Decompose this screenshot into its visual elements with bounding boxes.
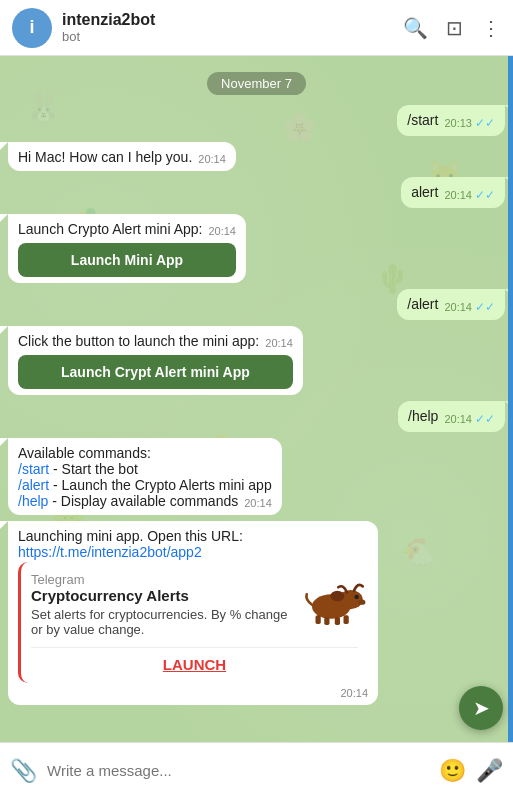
- app-card-text: Telegram Cryptocurrency Alerts Set alert…: [31, 572, 288, 637]
- app-card-content: Telegram Cryptocurrency Alerts Set alert…: [31, 572, 358, 637]
- bubble-incoming: Launching mini app. Open this URL: https…: [8, 521, 378, 705]
- header-info: intenzia2bot bot: [62, 11, 393, 44]
- bubble-incoming: Hi Mac! How can I help you. 20:14: [8, 142, 236, 171]
- message-text: /help: [408, 408, 438, 424]
- svg-point-8: [330, 591, 344, 602]
- date-divider: November 7: [8, 72, 505, 95]
- message-time: 20:14: [198, 153, 226, 165]
- message-input[interactable]: [47, 762, 429, 779]
- message-time: 20:14 ✓✓: [444, 300, 495, 314]
- message-text: /alert: [407, 296, 438, 312]
- message-text: alert: [411, 184, 438, 200]
- bubble-outgoing: alert 20:14 ✓✓: [401, 177, 505, 208]
- more-icon[interactable]: ⋮: [481, 16, 501, 40]
- emoji-icon[interactable]: 🙂: [439, 758, 466, 784]
- message-start: /start 20:13 ✓✓: [8, 105, 505, 136]
- message-time: 20:14 ✓✓: [444, 412, 495, 426]
- bubble-outgoing: /help 20:14 ✓✓: [398, 401, 505, 432]
- scroll-indicator: [508, 56, 513, 742]
- app-card-brand: Telegram: [31, 572, 288, 587]
- date-label: November 7: [207, 72, 306, 95]
- layout-icon[interactable]: ⊡: [446, 16, 463, 40]
- bot-name: intenzia2bot: [62, 11, 393, 29]
- search-icon[interactable]: 🔍: [403, 16, 428, 40]
- message-time: 20:14: [208, 225, 236, 237]
- launching-text: Launching mini app. Open this URL: https…: [18, 528, 368, 560]
- message-time: 20:14 ✓✓: [444, 188, 495, 202]
- avatar: i: [12, 8, 52, 48]
- scroll-to-bottom-button[interactable]: ➤: [459, 686, 503, 730]
- command-help: /help - Display available commands 20:14: [18, 493, 272, 509]
- app-card-title: Cryptocurrency Alerts: [31, 587, 288, 604]
- message-input-bar: 📎 🙂 🎤: [0, 742, 513, 798]
- send-icon: ➤: [473, 696, 490, 720]
- bubble-incoming: Click the button to launch the mini app:…: [8, 326, 303, 395]
- chat-header: i intenzia2bot bot 🔍 ⊡ ⋮: [0, 0, 513, 56]
- click-label-text: Click the button to launch the mini app:: [18, 333, 259, 349]
- message-time: 20:14: [265, 337, 293, 349]
- bubble-incoming: Available commands: /start - Start the b…: [8, 438, 282, 515]
- svg-point-6: [354, 595, 358, 599]
- bot-subtitle: bot: [62, 29, 393, 44]
- message-time: 20:14: [244, 497, 272, 509]
- bubble-outgoing: /alert 20:14 ✓✓: [397, 289, 505, 320]
- app-url-link[interactable]: https://t.me/intenzia2bot/app2: [18, 544, 202, 560]
- attachment-icon[interactable]: 📎: [10, 758, 37, 784]
- mic-icon[interactable]: 🎤: [476, 758, 503, 784]
- message-time: 20:13 ✓✓: [444, 116, 495, 130]
- bubble-incoming: Launch Crypto Alert mini App: 20:14 Laun…: [8, 214, 246, 283]
- header-actions: 🔍 ⊡ ⋮: [403, 16, 501, 40]
- message-hi: Hi Mac! How can I help you. 20:14: [8, 142, 505, 171]
- message-text: /start: [407, 112, 438, 128]
- bubble-outgoing: /start 20:13 ✓✓: [397, 105, 505, 136]
- message-alert: alert 20:14 ✓✓: [8, 177, 505, 208]
- commands-available: Available commands:: [18, 445, 272, 461]
- message-text: Hi Mac! How can I help you.: [18, 149, 192, 165]
- message-launching: Launching mini app. Open this URL: https…: [8, 521, 505, 705]
- message-alert2: /alert 20:14 ✓✓: [8, 289, 505, 320]
- message-time: 20:14: [340, 687, 368, 699]
- message-label: Click the button to launch the mini app:…: [18, 333, 293, 349]
- svg-rect-2: [316, 615, 321, 624]
- launch-mini-app-button[interactable]: Launch Mini App: [18, 243, 236, 277]
- launch-label-text: Launch Crypto Alert mini App:: [18, 221, 202, 237]
- app-card-launch-button[interactable]: LAUNCH: [31, 647, 358, 673]
- crypto-bull-icon: [298, 572, 358, 622]
- command-alert: /alert - Launch the Crypto Alerts mini a…: [18, 477, 272, 493]
- command-start: /start - Start the bot: [18, 461, 272, 477]
- message-click-button: Click the button to launch the mini app:…: [8, 326, 505, 395]
- svg-rect-5: [344, 615, 349, 624]
- chat-area: 🐰 🌸 🐱 🦆 🌵 🐧 🦊 🌻 🐸 🐔 🌈 🐠 November 7 /star…: [0, 56, 513, 742]
- svg-rect-4: [335, 617, 340, 625]
- message-help: /help 20:14 ✓✓: [8, 401, 505, 432]
- message-label: Launch Crypto Alert mini App: 20:14: [18, 221, 236, 237]
- app-card-desc: Set alerts for cryptocurrencies. By % ch…: [31, 607, 288, 637]
- svg-rect-3: [324, 617, 329, 625]
- message-launch-crypto: Launch Crypto Alert mini App: 20:14 Laun…: [8, 214, 505, 283]
- app-card: Telegram Cryptocurrency Alerts Set alert…: [18, 562, 368, 683]
- launch-crypt-alert-button[interactable]: Launch Crypt Alert mini App: [18, 355, 293, 389]
- message-commands: Available commands: /start - Start the b…: [8, 438, 505, 515]
- svg-point-7: [358, 600, 365, 605]
